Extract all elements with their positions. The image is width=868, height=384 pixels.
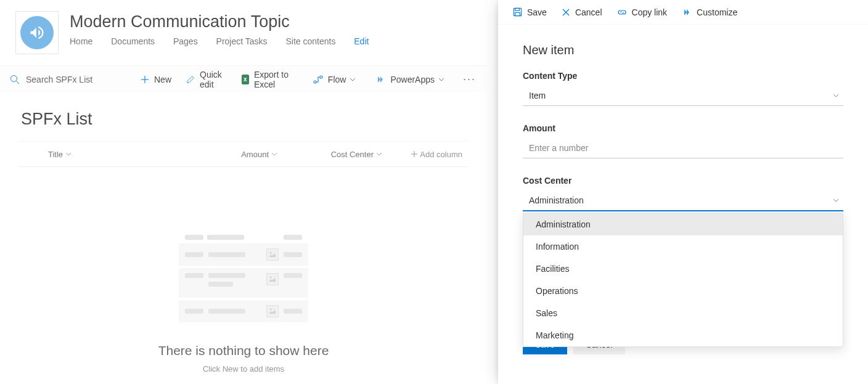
svg-rect-12 [515, 8, 520, 10]
plus-icon [411, 150, 418, 158]
customize-icon [682, 8, 692, 17]
column-header-title[interactable]: Title [48, 150, 203, 159]
search-icon [10, 75, 20, 84]
excel-icon: x [242, 75, 249, 84]
nav-pages[interactable]: Pages [173, 36, 198, 46]
dropdown-item-information[interactable]: Information [523, 235, 843, 258]
new-item-panel: Save Cancel Copy link Customize New item… [498, 0, 868, 384]
svg-line-1 [17, 81, 20, 84]
nav-home[interactable]: Home [70, 36, 92, 46]
amount-input[interactable] [523, 138, 843, 158]
column-header-amount[interactable]: Amount [203, 150, 277, 159]
panel-save-command[interactable]: Save [506, 0, 554, 25]
link-icon [617, 8, 627, 17]
search-placeholder: Search SPFx List [26, 75, 92, 84]
nav-edit[interactable]: Edit [354, 36, 369, 46]
list-command-bar: Search SPFx List New Quick edit x Export… [0, 65, 487, 92]
svg-point-5 [320, 76, 322, 78]
close-icon [562, 8, 570, 17]
panel-title: New item [523, 43, 843, 57]
list-header-row: Title Amount Cost Center Add column [18, 141, 469, 167]
svg-point-9 [270, 277, 272, 279]
list-title: SPFx List [21, 110, 487, 129]
empty-state: There is nothing to show here Click New … [0, 235, 487, 374]
chevron-down-icon [65, 151, 72, 157]
chevron-down-icon [376, 151, 382, 157]
chevron-down-icon [271, 151, 277, 157]
export-excel-button[interactable]: x Export to Excel [234, 66, 306, 93]
edit-icon [186, 75, 195, 84]
nav-site-contents[interactable]: Site contents [285, 36, 335, 46]
field-amount: Amount [523, 123, 843, 158]
content-type-label: Content Type [523, 71, 843, 81]
dropdown-item-facilities[interactable]: Facilities [523, 258, 843, 280]
chevron-down-icon [350, 76, 356, 83]
svg-point-4 [314, 81, 316, 83]
panel-copy-link-command[interactable]: Copy link [610, 0, 675, 25]
powerapps-icon [375, 75, 385, 84]
nav-documents[interactable]: Documents [111, 36, 155, 46]
cost-center-select[interactable]: Administration [523, 190, 843, 211]
empty-state-illustration [179, 235, 308, 325]
powerapps-button[interactable]: PowerApps [368, 66, 457, 93]
cost-center-label: Cost Center [523, 176, 843, 186]
svg-point-8 [270, 252, 272, 254]
save-icon [513, 7, 522, 17]
site-nav: Home Documents Pages Project Tasks Site … [70, 36, 385, 46]
dropdown-item-operations[interactable]: Operations [523, 280, 843, 302]
amount-label: Amount [523, 123, 843, 133]
field-cost-center: Cost Center Administration Administratio… [523, 176, 843, 211]
panel-customize-command[interactable]: Customize [674, 0, 745, 25]
site-logo[interactable] [15, 11, 59, 54]
flow-button[interactable]: Flow [306, 66, 369, 93]
more-actions-button[interactable]: ··· [457, 73, 482, 86]
field-content-type: Content Type Item [523, 71, 843, 106]
main-content-under-panel: Modern Communication Topic Home Document… [0, 0, 487, 384]
empty-state-title: There is nothing to show here [158, 343, 329, 358]
flow-icon [313, 75, 323, 84]
nav-project-tasks[interactable]: Project Tasks [216, 36, 268, 46]
svg-point-0 [11, 75, 17, 81]
plus-icon [141, 75, 149, 84]
svg-rect-13 [515, 12, 520, 15]
site-title[interactable]: Modern Communication Topic [70, 12, 385, 31]
search-input[interactable]: Search SPFx List [10, 75, 121, 84]
quick-edit-button[interactable]: Quick edit [179, 66, 234, 93]
panel-command-bar: Save Cancel Copy link Customize [498, 0, 868, 25]
svg-point-10 [270, 309, 272, 311]
panel-body: New item Content Type Item Amount Cost C… [498, 25, 868, 367]
dropdown-item-administration[interactable]: Administration [523, 213, 843, 235]
column-header-cost-center[interactable]: Cost Center [290, 150, 382, 159]
site-header: Modern Communication Topic Home Document… [0, 0, 487, 54]
panel-cancel-command[interactable]: Cancel [554, 0, 610, 25]
dropdown-item-sales[interactable]: Sales [523, 302, 843, 324]
empty-state-subtitle: Click New to add items [203, 364, 284, 374]
content-type-select[interactable]: Item [523, 86, 843, 106]
cost-center-dropdown: Administration Information Facilities Op… [523, 213, 843, 347]
chevron-down-icon [438, 76, 444, 83]
add-column-button[interactable]: Add column [388, 150, 462, 159]
dropdown-item-marketing[interactable]: Marketing [523, 324, 843, 346]
megaphone-icon [20, 16, 54, 49]
new-button[interactable]: New [133, 66, 179, 93]
